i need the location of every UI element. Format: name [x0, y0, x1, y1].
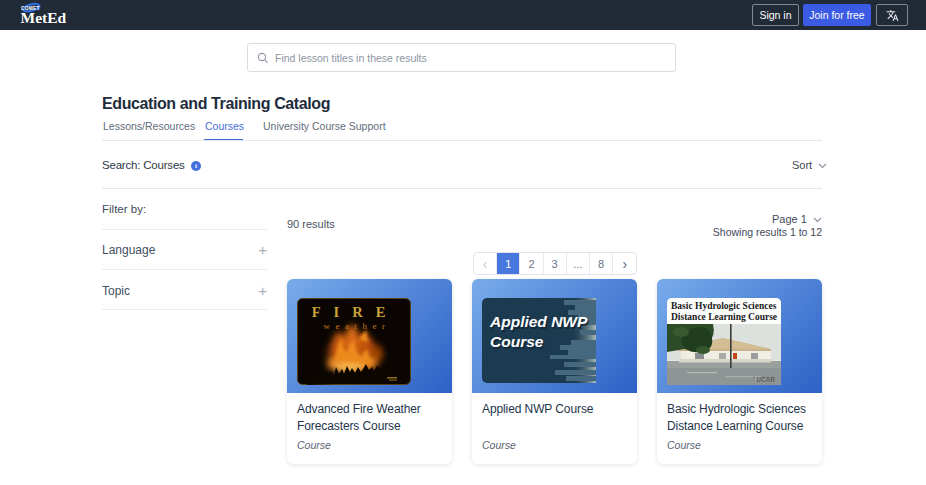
svg-text:weather: weather [324, 321, 391, 331]
svg-text:©UCAR: ©UCAR [751, 376, 775, 383]
svg-text:Basic Hydrologic Sciences: Basic Hydrologic Sciences [671, 301, 777, 311]
svg-text:FIRE: FIRE [312, 304, 399, 320]
svg-text:Course: Course [490, 333, 544, 350]
svg-text:Applied NWP: Applied NWP [489, 313, 588, 330]
svg-text:Distance Learning Course: Distance Learning Course [671, 312, 777, 322]
svg-text:MetEd: MetEd [21, 9, 67, 26]
